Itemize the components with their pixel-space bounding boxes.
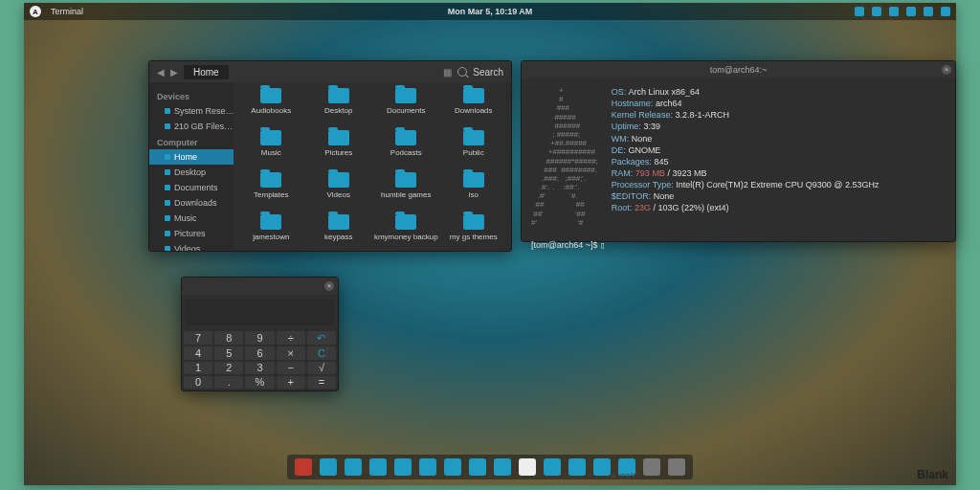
folder-grid: AudiobooksDesktopDocumentsDownloadsMusic… bbox=[234, 82, 511, 251]
folder-item[interactable]: kmymoney backup bbox=[372, 214, 440, 251]
system-info-block: OS: Arch Linux x86_64Hostname: arch64Ker… bbox=[612, 86, 880, 227]
dock-launcher[interactable] bbox=[394, 458, 412, 476]
tray-icon[interactable] bbox=[906, 7, 916, 16]
folder-icon bbox=[395, 130, 416, 145]
folder-item[interactable]: Podcasts bbox=[372, 130, 440, 172]
tray-icon[interactable] bbox=[924, 7, 933, 16]
folder-icon bbox=[463, 130, 484, 145]
dock-launcher[interactable] bbox=[419, 458, 436, 476]
folder-icon bbox=[328, 88, 349, 103]
close-icon[interactable]: × bbox=[942, 65, 951, 75]
folder-item[interactable]: jamestown bbox=[237, 214, 305, 251]
tray-icon[interactable] bbox=[941, 7, 950, 16]
forward-button[interactable]: ▶ bbox=[170, 67, 178, 78]
folder-icon bbox=[328, 130, 349, 145]
terminal-prompt[interactable]: [tom@arch64 ~]$ ▯ bbox=[522, 240, 955, 250]
calc-key[interactable]: C bbox=[307, 346, 336, 359]
calculator-titlebar: × bbox=[182, 278, 338, 295]
dock-launcher[interactable] bbox=[369, 458, 387, 476]
sidebar-item[interactable]: Documents bbox=[149, 180, 234, 195]
active-app-label[interactable]: Terminal bbox=[51, 7, 83, 16]
calc-key[interactable]: + bbox=[277, 376, 305, 389]
folder-icon bbox=[463, 172, 484, 188]
dock-launcher[interactable] bbox=[643, 458, 660, 476]
folder-icon bbox=[395, 172, 416, 188]
terminal-body[interactable]: + # ### ##### ###### ; #####; +##.##### … bbox=[522, 78, 955, 234]
calc-key[interactable]: 8 bbox=[214, 331, 243, 345]
dock-launcher[interactable] bbox=[345, 458, 362, 476]
dock-launcher[interactable] bbox=[668, 458, 685, 476]
weather-widget[interactable]: ☀ 28°F bbox=[610, 472, 638, 481]
sidebar-item[interactable]: Pictures bbox=[149, 226, 234, 241]
calc-key[interactable]: 5 bbox=[214, 346, 243, 359]
breadcrumb-home[interactable]: Home bbox=[184, 65, 229, 79]
calc-key[interactable]: . bbox=[214, 376, 243, 389]
dock-launcher[interactable] bbox=[295, 458, 312, 476]
sidebar-item-device[interactable]: 210 GB Files… bbox=[149, 119, 234, 134]
dock-launcher[interactable] bbox=[494, 458, 511, 476]
calc-key[interactable]: 4 bbox=[184, 346, 212, 359]
calc-key[interactable]: √ bbox=[307, 362, 336, 374]
folder-item[interactable]: my gs themes bbox=[440, 214, 508, 251]
search-icon[interactable] bbox=[457, 67, 467, 77]
file-manager-window: ◀ ▶ Home ▦ Search Devices System Rese…21… bbox=[148, 60, 512, 252]
calc-key[interactable]: ÷ bbox=[277, 331, 305, 345]
folder-icon bbox=[395, 88, 416, 103]
calc-key[interactable]: 0 bbox=[184, 376, 212, 389]
dock-launcher[interactable] bbox=[568, 458, 586, 476]
calc-key[interactable]: − bbox=[277, 362, 305, 374]
folder-item[interactable]: Documents bbox=[372, 88, 440, 130]
activities-icon[interactable]: A bbox=[30, 6, 41, 17]
dock-launcher[interactable] bbox=[320, 458, 337, 476]
calculator-keypad: 789÷↶456×C123−√0.%+= bbox=[182, 329, 338, 390]
calc-key[interactable]: 3 bbox=[245, 362, 274, 374]
folder-item[interactable]: Pictures bbox=[305, 130, 373, 172]
view-toggle-icon[interactable]: ▦ bbox=[443, 67, 452, 78]
tray-icon[interactable] bbox=[872, 7, 881, 16]
folder-item[interactable]: keypass bbox=[305, 214, 373, 251]
sidebar-item[interactable]: Videos bbox=[149, 241, 234, 251]
folder-item[interactable]: Audiobooks bbox=[237, 88, 305, 130]
sidebar-item-device[interactable]: System Rese… bbox=[149, 103, 234, 119]
back-button[interactable]: ◀ bbox=[157, 67, 165, 78]
sidebar-item[interactable]: Home bbox=[149, 149, 234, 165]
calc-key[interactable]: 2 bbox=[214, 362, 243, 374]
sidebar-item[interactable]: Music bbox=[149, 211, 234, 226]
folder-item[interactable]: Downloads bbox=[440, 88, 508, 130]
folder-icon bbox=[260, 88, 281, 103]
dock-launcher[interactable] bbox=[544, 458, 561, 476]
folder-icon bbox=[260, 172, 281, 188]
clock[interactable]: Mon Mar 5, 10:19 AM bbox=[448, 7, 533, 16]
dock-launcher[interactable] bbox=[469, 458, 486, 476]
calc-key[interactable]: 7 bbox=[184, 331, 212, 345]
terminal-title: tom@arch64:~ bbox=[710, 65, 767, 75]
dock-launcher[interactable] bbox=[444, 458, 461, 476]
dock-launcher[interactable] bbox=[519, 458, 536, 476]
search-label[interactable]: Search bbox=[473, 67, 503, 78]
folder-icon bbox=[328, 214, 349, 230]
tray-icon[interactable] bbox=[889, 7, 899, 16]
close-icon[interactable]: × bbox=[324, 281, 334, 291]
folder-item[interactable]: iso bbox=[440, 172, 508, 214]
calc-key[interactable]: = bbox=[307, 376, 336, 389]
calc-key[interactable]: 9 bbox=[245, 331, 274, 345]
folder-item[interactable]: Desktop bbox=[305, 88, 373, 130]
folder-item[interactable]: humble games bbox=[372, 172, 440, 214]
sidebar-item[interactable]: Desktop bbox=[149, 165, 234, 180]
calc-key[interactable]: × bbox=[277, 346, 305, 359]
folder-icon bbox=[260, 130, 281, 145]
folder-item[interactable]: Public bbox=[440, 130, 508, 172]
tray-icon[interactable] bbox=[855, 7, 864, 16]
calc-key[interactable]: 1 bbox=[184, 362, 212, 374]
folder-icon bbox=[463, 214, 484, 230]
folder-item[interactable]: Music bbox=[237, 130, 305, 172]
calc-key[interactable]: % bbox=[245, 376, 274, 389]
folder-icon bbox=[328, 172, 349, 188]
dock-launcher[interactable] bbox=[593, 458, 611, 476]
calc-key[interactable]: ↶ bbox=[307, 331, 336, 345]
arch-ascii-logo: + # ### ##### ###### ; #####; +##.##### … bbox=[531, 86, 598, 227]
folder-item[interactable]: Videos bbox=[305, 172, 373, 214]
sidebar-item[interactable]: Downloads bbox=[149, 195, 234, 211]
folder-item[interactable]: Templates bbox=[237, 172, 305, 214]
calc-key[interactable]: 6 bbox=[245, 346, 274, 359]
